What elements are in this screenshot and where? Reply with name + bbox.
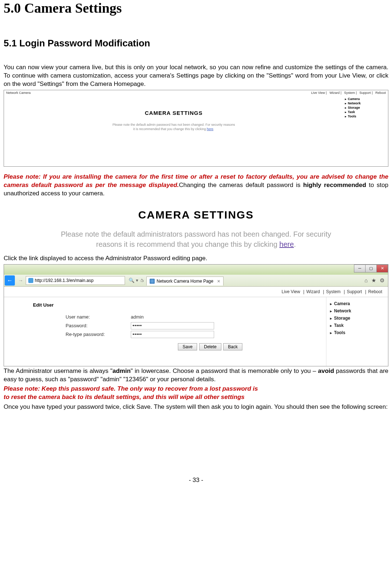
pagebar-support[interactable]: Support	[347, 289, 362, 294]
note2-line2: to reset the camera back to its default …	[4, 394, 245, 400]
note2-line1: Please note: Keep this password safe. Th…	[4, 385, 258, 392]
screenshot-camera-settings-large: CAMERA SETTINGS Please note the default …	[4, 205, 388, 253]
ie-icon	[28, 278, 33, 283]
note1-black-a: Changing the cameras default password is	[179, 182, 303, 188]
sc3-pagebar: Live View | Wizard | System | Support | …	[4, 287, 388, 297]
sc1-nav-support[interactable]: Support	[359, 91, 371, 95]
delete-button[interactable]: Delete	[199, 343, 221, 350]
pagebar-reboot[interactable]: Reboot	[368, 289, 382, 294]
click-link-text: Click the link displayed to access the A…	[4, 254, 388, 263]
search-refresh-icon[interactable]: 🔍 ▾ 🖒	[129, 278, 144, 283]
sc1-nav-liveview[interactable]: Live View	[311, 91, 325, 95]
sc1-here-link[interactable]: here	[207, 127, 213, 131]
window-close-button[interactable]: ✕	[376, 265, 388, 273]
sc1-side-task[interactable]: Task	[345, 110, 387, 114]
sc3-side-task[interactable]: Task	[330, 322, 384, 329]
sc2-msg-line2: reasons it is recommend that you change …	[96, 240, 279, 248]
page-number: - 33 -	[4, 477, 388, 484]
favorites-icon[interactable]: ★	[371, 277, 376, 284]
value-username: admin	[131, 314, 143, 320]
note-1: Please note: If you are installing the c…	[4, 173, 388, 198]
address-bar[interactable]: http://192.168.1.3/en/main.asp	[26, 276, 125, 285]
sc1-side-storage[interactable]: Storage	[345, 105, 387, 110]
sc2-title: CAMERA SETTINGS	[18, 209, 374, 221]
sc3-sidebar: Camera Network Storage Task Tools	[326, 297, 388, 366]
back-button[interactable]: Back	[223, 343, 242, 350]
save-button[interactable]: Save	[178, 343, 197, 350]
note1-bold: highly recommended	[303, 182, 366, 188]
sc1-nav-system[interactable]: System	[344, 91, 355, 95]
sc1-side-tools[interactable]: Tools	[345, 114, 387, 119]
sc1-side-network[interactable]: Network	[345, 101, 387, 105]
sc1-side-camera[interactable]: Camera	[345, 97, 387, 101]
sc2-here-link[interactable]: here	[279, 240, 294, 248]
screenshot-edit-user-browser: ─ ▢ ✕ ← → http://192.168.1.3/en/main.asp…	[4, 264, 388, 366]
sc3-titlebar: ─ ▢ ✕	[4, 265, 388, 275]
edit-user-title: Edit User	[33, 302, 312, 308]
pagebar-system[interactable]: System	[326, 289, 341, 294]
gear-icon[interactable]: ⚙	[380, 277, 384, 284]
home-icon[interactable]: ⌂	[364, 277, 368, 284]
pagebar-liveview[interactable]: Live View	[282, 289, 300, 294]
sc3-side-camera[interactable]: Camera	[330, 300, 384, 307]
password-field[interactable]	[131, 322, 214, 329]
screenshot-camera-settings-small: Network Camera Live View | Wizard | Syst…	[4, 90, 388, 167]
browser-forward-button[interactable]: →	[16, 276, 25, 285]
sc3-navrow: ← → http://192.168.1.3/en/main.asp 🔍 ▾ 🖒…	[4, 275, 388, 287]
save-paragraph: Once you have typed your password twice,…	[4, 403, 388, 411]
sc3-side-storage[interactable]: Storage	[330, 315, 384, 322]
tab-favicon-icon	[150, 279, 155, 284]
label-username: User name:	[66, 314, 131, 320]
sc3-side-network[interactable]: Network	[330, 307, 384, 315]
admin-a: The Administrator username is always "	[4, 367, 113, 374]
sc1-sidebar: Camera Network Storage Task Tools	[343, 95, 388, 166]
tab-title: Network Camera Home Page	[157, 279, 213, 284]
sc1-title: CAMERA SETTINGS	[4, 110, 343, 116]
admin-username-paragraph: The Administrator username is always "ad…	[4, 367, 388, 384]
admin-b: " in lowercase. Choose a password that i…	[131, 367, 318, 374]
tab-close-icon[interactable]: ✕	[217, 279, 220, 284]
sc1-msg-line2: it is recommended that you change this b…	[133, 127, 207, 131]
browser-back-button[interactable]: ←	[5, 275, 15, 286]
sc3-side-tools[interactable]: Tools	[330, 329, 384, 336]
pagebar-wizard[interactable]: Wizard	[306, 289, 320, 294]
sc1-nav-wizard[interactable]: Wizard	[329, 91, 339, 95]
sc2-msg-line1: Please note the default administrators p…	[61, 230, 331, 238]
url-text: http://192.168.1.3/en/main.asp	[35, 278, 93, 283]
retype-password-field[interactable]	[131, 331, 214, 338]
intro-paragraph: You can now view your camera live, but t…	[4, 63, 388, 88]
browser-tab[interactable]: Network Camera Home Page ✕	[146, 277, 224, 286]
sc1-nav-reboot[interactable]: Reboot	[375, 91, 386, 95]
label-password: Password:	[66, 323, 131, 328]
label-retype-password: Re-type password:	[66, 332, 131, 337]
heading-2: 5.1 Login Password Modification	[4, 38, 388, 49]
window-minimize-button[interactable]: ─	[354, 265, 366, 273]
sc1-nav: Live View | Wizard | System | Support | …	[309, 91, 386, 95]
admin-bold1: admin	[113, 367, 131, 374]
sc1-brand: Network Camera	[6, 91, 31, 95]
note-2: Please note: Keep this password safe. Th…	[4, 385, 388, 402]
window-maximize-button[interactable]: ▢	[365, 265, 377, 273]
sc1-msg-line1: Please note the default admin password h…	[112, 123, 235, 126]
admin-bold2: avoid	[318, 367, 334, 374]
heading-1: 5.0 Camera Settings	[4, 0, 388, 16]
